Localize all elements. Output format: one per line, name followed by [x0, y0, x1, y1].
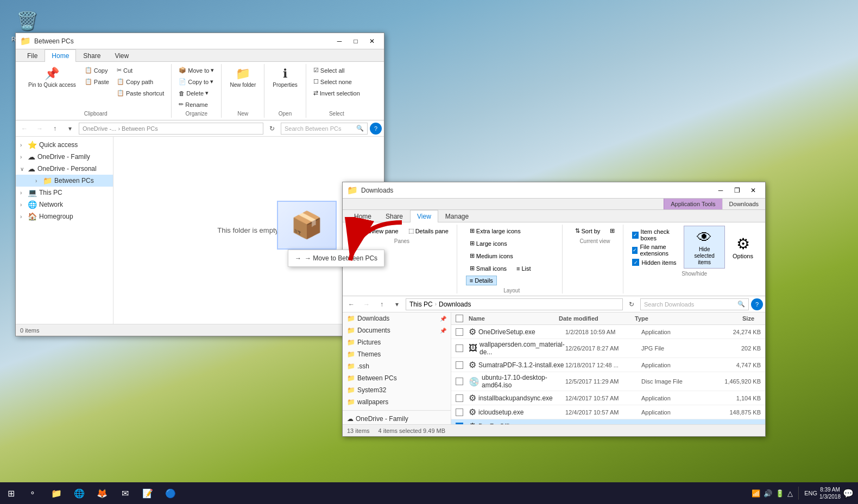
nav-item-ssh[interactable]: 📁 .ssh — [343, 360, 451, 372]
w2-forward-button[interactable]: → — [360, 298, 373, 311]
sidebar-quick-access[interactable]: › ⭐ Quick access — [16, 139, 113, 151]
tab-file[interactable]: File — [20, 49, 45, 62]
notification-icon[interactable]: △ — [787, 489, 793, 497]
details-pane-button[interactable]: ⬚ Details pane — [405, 226, 452, 236]
forward-button[interactable]: → — [33, 122, 46, 135]
tab-application-tools[interactable]: Application Tools — [664, 199, 722, 209]
header-checkbox[interactable] — [456, 315, 463, 322]
w2-help-button[interactable]: ? — [751, 298, 763, 310]
row-checkbox[interactable] — [456, 361, 463, 369]
large-icons-button[interactable]: ⊞ Large icons — [466, 238, 511, 248]
row-checkbox[interactable] — [456, 409, 463, 416]
item-check-boxes-toggle[interactable]: ✓ Item check boxes — [632, 228, 679, 242]
group-by-button[interactable]: ⊞ — [606, 226, 619, 236]
nav-item-documents[interactable]: 📁 Documents 📌 — [343, 324, 451, 336]
nav-item-system32[interactable]: 📁 System32 — [343, 384, 451, 396]
select-none-button[interactable]: ☐ Select none — [311, 76, 363, 87]
maximize-button[interactable]: □ — [348, 35, 363, 47]
volume-icon[interactable]: 🔊 — [764, 489, 772, 497]
sidebar-this-pc[interactable]: › 💻 This PC — [16, 187, 113, 199]
w2-search-box[interactable]: Search Downloads 🔍 — [640, 298, 749, 310]
action-center-icon[interactable]: 💬 — [843, 488, 854, 499]
taskbar-firefox[interactable]: 🦊 — [91, 482, 113, 504]
network-sys-icon[interactable]: 📶 — [752, 489, 760, 497]
tab-view[interactable]: View — [108, 49, 136, 62]
nav-item-themes[interactable]: 📁 Themes — [343, 348, 451, 360]
file-row[interactable]: ⚙installbackupandsync.exe 12/4/2017 10:5… — [451, 391, 765, 405]
cut-button[interactable]: ✂ Cut — [114, 65, 167, 75]
copy-path-button[interactable]: 📋 Copy path — [114, 76, 167, 87]
sort-by-button[interactable]: ⇅ Sort by — [571, 226, 604, 236]
row-checkbox[interactable] — [456, 328, 463, 336]
col-header-type[interactable]: Type — [635, 315, 705, 322]
options-button[interactable]: ⚙ Options — [729, 232, 756, 262]
file-row[interactable]: 🖼wallpapersden.com_material-de... 12/26/… — [451, 339, 765, 358]
file-row[interactable]: ⚙OneDriveSetup.exe 1/2/2018 10:59 AM App… — [451, 325, 765, 339]
file-row[interactable]: ⚙icloudsetup.exe 12/4/2017 10:57 AM Appl… — [451, 405, 765, 419]
search-button[interactable]: ⚬ — [22, 482, 43, 504]
file-row[interactable]: ✓ ⚙BoxForOffice.exe 12/4/2017 10:52 AM A… — [451, 419, 765, 424]
search-box[interactable]: Search Between PCs 🔍 — [281, 123, 368, 135]
invert-selection-button[interactable]: ⇄ Invert selection — [311, 88, 363, 98]
list-view-button[interactable]: ≡ List — [513, 264, 535, 273]
sidebar-homegroup[interactable]: › 🏠 Homegroup — [16, 210, 113, 222]
hide-selected-items-button[interactable]: 👁 Hide selected items — [684, 226, 725, 269]
delete-button[interactable]: 🗑 Delete▾ — [176, 88, 217, 98]
taskbar-word[interactable]: 📝 — [137, 482, 159, 504]
taskbar-mail[interactable]: ✉ — [114, 482, 136, 504]
address-path[interactable]: OneDrive -... › Between PCs — [79, 123, 263, 135]
w2-back-button[interactable]: ← — [345, 298, 358, 311]
w2-refresh-button[interactable]: ↻ — [625, 298, 638, 311]
minimize-button[interactable]: ─ — [332, 35, 347, 47]
sidebar-network[interactable]: › 🌐 Network — [16, 199, 113, 210]
hidden-items-toggle[interactable]: ✓ Hidden items — [632, 258, 679, 266]
new-folder-button[interactable]: 📁 New folder — [226, 65, 260, 90]
nav-item-wallpapers[interactable]: 📁 wallpapers — [343, 396, 451, 408]
copy-to-button[interactable]: 📄 Copy to▾ — [176, 76, 217, 87]
row-checkbox[interactable] — [456, 394, 463, 402]
nav-item-downloads[interactable]: 📁 Downloads 📌 — [343, 312, 451, 324]
paste-shortcut-button[interactable]: 📋 Paste shortcut — [114, 88, 167, 98]
select-all-button[interactable]: ☑ Select all — [311, 65, 363, 75]
paste-button[interactable]: 📋 Paste — [82, 76, 112, 87]
move-to-button[interactable]: 📦 Move to▾ — [176, 65, 217, 75]
pin-to-quick-access-button[interactable]: 📌 Pin to Quick access — [24, 65, 80, 90]
file-row[interactable]: 💿ubuntu-17.10-desktop-amd64.iso 12/5/201… — [451, 372, 765, 391]
close-button[interactable]: ✕ — [364, 35, 380, 47]
extra-large-icons-button[interactable]: ⊞ Extra large icons — [466, 226, 525, 236]
taskbar-clock[interactable]: 8:39 AM 1/3/2018 — [819, 486, 841, 500]
window2-maximize-button[interactable]: ❐ — [729, 184, 745, 196]
back-button[interactable]: ← — [18, 122, 31, 135]
w2-up-button[interactable]: ↑ — [375, 298, 388, 311]
language-indicator[interactable]: ENG — [804, 490, 817, 496]
w2-recent-button[interactable]: ▾ — [390, 298, 403, 311]
window2-minimize-button[interactable]: ─ — [713, 184, 728, 196]
nav-item-onedrive-family[interactable]: ☁ OneDrive - Family — [343, 413, 451, 424]
help-button[interactable]: ? — [370, 123, 382, 135]
col-header-name[interactable]: Name — [469, 315, 559, 322]
tab-w2-manage[interactable]: Manage — [438, 210, 476, 222]
row-checkbox[interactable] — [456, 344, 463, 352]
up-button[interactable]: ↑ — [48, 122, 61, 135]
tab-downloads-ctx[interactable]: Downloads — [722, 199, 765, 209]
refresh-button[interactable]: ↻ — [266, 122, 279, 135]
recent-locations-button[interactable]: ▾ — [64, 122, 77, 135]
file-row[interactable]: ⚙SumatraPDF-3.1.2-install.exe 12/18/2017… — [451, 358, 765, 372]
nav-item-between-pcs[interactable]: 📁 Between PCs — [343, 372, 451, 384]
file-name-extensions-toggle[interactable]: ✓ File name extensions — [632, 243, 679, 257]
tab-share[interactable]: Share — [76, 49, 108, 62]
window2-close-button[interactable]: ✕ — [746, 184, 761, 196]
taskbar-file-explorer[interactable]: 📁 — [46, 482, 67, 504]
sidebar-between-pcs[interactable]: › 📁 Between PCs — [16, 175, 113, 187]
taskbar-app[interactable]: 🔵 — [160, 482, 181, 504]
nav-item-pictures[interactable]: 📁 Pictures — [343, 336, 451, 348]
taskbar-edge[interactable]: 🌐 — [68, 482, 90, 504]
tab-w2-view[interactable]: View — [410, 210, 438, 222]
tab-home[interactable]: Home — [45, 49, 76, 62]
rename-button[interactable]: ✏ Rename — [176, 99, 217, 110]
col-header-size[interactable]: Size — [705, 315, 754, 322]
properties-button[interactable]: ℹ Properties — [269, 65, 301, 90]
details-view-button[interactable]: ≡ Details — [466, 276, 497, 285]
battery-icon[interactable]: 🔋 — [775, 489, 784, 497]
w2-address-path[interactable]: This PC › Downloads — [406, 298, 623, 310]
